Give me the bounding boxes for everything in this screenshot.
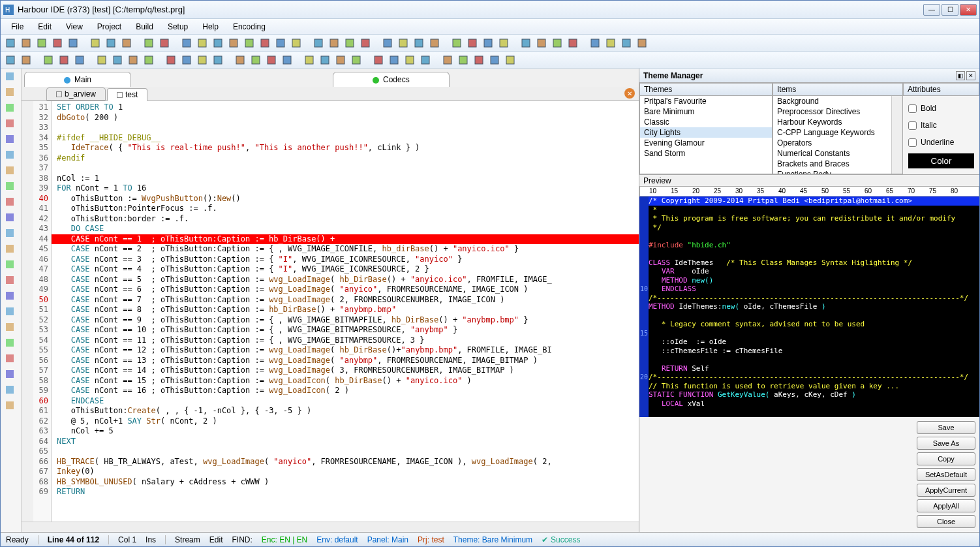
applycurrent-button[interactable]: ApplyCurrent xyxy=(917,484,975,497)
toolbar-button[interactable] xyxy=(333,53,348,67)
theme-item[interactable]: Classic xyxy=(640,117,772,127)
toolbar-button[interactable] xyxy=(226,36,241,50)
panel-float-icon[interactable]: ◧ xyxy=(956,71,965,80)
gutter-button[interactable] xyxy=(5,259,18,272)
copy-button[interactable]: Copy xyxy=(917,452,975,465)
toolbar-button[interactable] xyxy=(95,53,109,67)
toolbar-button[interactable] xyxy=(487,53,502,67)
syntax-item[interactable]: C-CPP Language Keywords xyxy=(773,127,902,138)
save-as-button[interactable]: Save As xyxy=(917,437,975,450)
toolbar-button[interactable] xyxy=(343,36,357,50)
toolbar-button[interactable] xyxy=(358,36,373,50)
toolbar-button[interactable] xyxy=(50,36,65,50)
gutter-button[interactable] xyxy=(5,181,18,194)
toolbar-button[interactable] xyxy=(195,36,209,50)
gutter-button[interactable] xyxy=(5,384,18,398)
setasdefault-button[interactable]: SetAsDefault xyxy=(917,468,975,481)
toolbar-button[interactable] xyxy=(258,36,272,50)
toolbar-button[interactable] xyxy=(88,36,102,50)
toolbar-button[interactable] xyxy=(472,53,486,67)
menu-help[interactable]: Help xyxy=(196,21,225,33)
toolbar-button[interactable] xyxy=(211,53,225,67)
toolbar-button[interactable] xyxy=(110,53,125,67)
gutter-button[interactable] xyxy=(5,118,18,131)
group-tab[interactable]: Codecs xyxy=(333,72,450,87)
toolbar-button[interactable] xyxy=(456,53,470,67)
gutter-button[interactable] xyxy=(5,134,18,147)
toolbar-button[interactable] xyxy=(3,36,18,50)
file-tab[interactable]: test xyxy=(107,88,147,101)
toolbar-button[interactable] xyxy=(164,53,178,67)
theme-item[interactable]: Evening Glamour xyxy=(640,138,772,148)
toolbar-button[interactable] xyxy=(273,36,288,50)
color-button[interactable]: Color xyxy=(908,153,974,168)
menu-project[interactable]: Project xyxy=(91,21,128,33)
toolbar-button[interactable] xyxy=(588,36,602,50)
gutter-button[interactable] xyxy=(5,71,18,84)
toolbar-button[interactable] xyxy=(264,53,279,67)
close-button[interactable]: ✕ xyxy=(960,4,977,16)
toolbar-button[interactable] xyxy=(19,36,33,50)
syntax-item[interactable]: Functions Body xyxy=(773,169,902,174)
bold-checkbox[interactable] xyxy=(908,104,917,113)
toolbar-button[interactable] xyxy=(157,36,172,50)
menu-encoding[interactable]: Encoding xyxy=(226,21,272,33)
gutter-button[interactable] xyxy=(5,290,18,304)
toolbar-button[interactable] xyxy=(289,36,303,50)
toolbar-button[interactable] xyxy=(119,36,134,50)
toolbar-button[interactable] xyxy=(371,53,386,67)
gutter-button[interactable] xyxy=(5,102,18,116)
toolbar-button[interactable] xyxy=(503,53,517,67)
toolbar-button[interactable] xyxy=(41,53,55,67)
toolbar-button[interactable] xyxy=(302,53,316,67)
group-tab[interactable]: Main xyxy=(24,72,131,87)
gutter-button[interactable] xyxy=(5,275,18,288)
toolbar-button[interactable] xyxy=(550,36,564,50)
title-bar[interactable]: H Harbour IDE (r373) [test] [C:/temp/q/t… xyxy=(1,1,979,19)
menu-build[interactable]: Build xyxy=(129,21,160,33)
toolbar-button[interactable] xyxy=(566,36,580,50)
syntax-item[interactable]: Preprocessor Directives xyxy=(773,106,902,117)
toolbar-button[interactable] xyxy=(3,53,18,67)
toolbar-button[interactable] xyxy=(142,36,156,50)
gutter-button[interactable] xyxy=(5,306,18,319)
gutter-button[interactable] xyxy=(5,243,18,257)
italic-checkbox[interactable] xyxy=(908,121,917,130)
toolbar-button[interactable] xyxy=(19,53,33,67)
gutter-button[interactable] xyxy=(5,87,18,100)
toolbar-button[interactable] xyxy=(126,53,140,67)
close-button[interactable]: Close xyxy=(917,515,975,528)
gutter-button[interactable] xyxy=(5,400,18,413)
toolbar-button[interactable] xyxy=(418,53,433,67)
toolbar-button[interactable] xyxy=(179,36,194,50)
toolbar-button[interactable] xyxy=(327,36,341,50)
toolbar-button[interactable] xyxy=(195,53,209,67)
gutter-button[interactable] xyxy=(5,322,18,335)
toolbar-button[interactable] xyxy=(497,36,511,50)
toolbar-button[interactable] xyxy=(280,53,294,67)
gutter-button[interactable] xyxy=(5,353,18,366)
gutter-button[interactable] xyxy=(5,337,18,351)
toolbar-button[interactable] xyxy=(142,53,156,67)
toolbar-button[interactable] xyxy=(179,53,194,67)
theme-manager-titlebar[interactable]: Theme Manager ◧ ✕ xyxy=(639,69,979,83)
syntax-item[interactable]: Harbour Keywords xyxy=(773,117,902,127)
toolbar-button[interactable] xyxy=(481,36,495,50)
theme-item[interactable]: City Lights xyxy=(640,127,772,138)
syntax-item[interactable]: Brackets and Braces xyxy=(773,159,902,169)
syntax-item[interactable]: Operators xyxy=(773,138,902,148)
theme-item[interactable]: Pritpal's Favourite xyxy=(640,96,772,106)
toolbar-button[interactable] xyxy=(403,53,417,67)
tab-close-icon[interactable]: ✕ xyxy=(624,88,635,99)
toolbar-button[interactable] xyxy=(619,36,634,50)
theme-item[interactable]: Bare Minimum xyxy=(640,106,772,117)
menu-file[interactable]: File xyxy=(5,21,30,33)
toolbar-button[interactable] xyxy=(104,36,118,50)
menu-view[interactable]: View xyxy=(59,21,89,33)
horizontal-scrollbar[interactable] xyxy=(22,522,639,532)
toolbar-button[interactable] xyxy=(66,36,80,50)
toolbar-button[interactable] xyxy=(318,53,332,67)
gutter-button[interactable] xyxy=(5,369,18,382)
toolbar-button[interactable] xyxy=(249,53,263,67)
toolbar-button[interactable] xyxy=(534,36,549,50)
